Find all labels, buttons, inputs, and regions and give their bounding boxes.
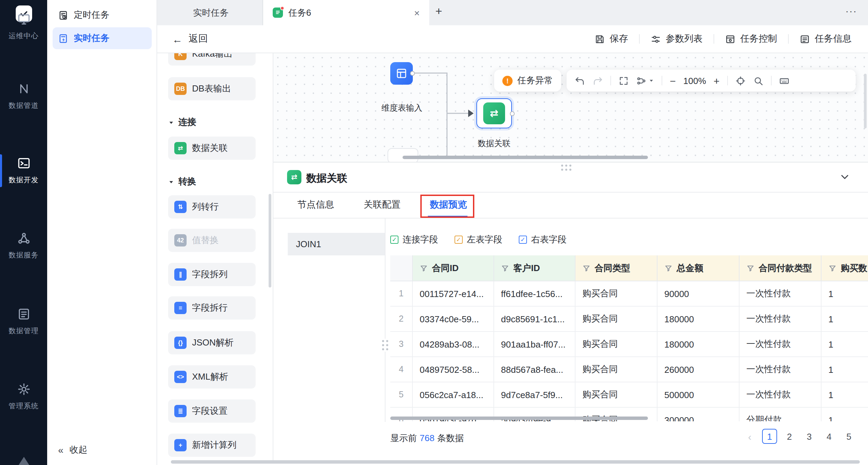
palette-scrollbar[interactable] — [269, 194, 271, 287]
palette-item-add-computed-col[interactable]: + 新增计算列 — [168, 434, 256, 457]
page-button-1[interactable]: 1 — [762, 429, 777, 444]
zoom-out-button[interactable]: − — [670, 75, 676, 86]
keyboard-shortcuts-icon[interactable] — [779, 75, 789, 86]
page-button-3[interactable]: 3 — [802, 429, 817, 444]
page-button-2[interactable]: 2 — [782, 429, 797, 444]
rail-item-data-dev[interactable]: 数据开发 — [0, 156, 47, 185]
palette-item-xml-parse[interactable]: <> XML解析 — [168, 365, 256, 389]
action-label: 保存 — [610, 33, 628, 45]
task-tab-bar: 实时任务 任务6 × + ··· — [157, 0, 868, 25]
legend-right-table-fields[interactable]: ✓ 右表字段 — [519, 234, 567, 246]
new-tab-button[interactable]: + — [435, 5, 442, 18]
legend-join-fields[interactable]: ✓ 连接字段 — [390, 234, 438, 246]
zoom-in-button[interactable]: + — [714, 75, 720, 86]
column-label: 合同类型 — [595, 262, 630, 274]
join-list-item[interactable]: JOIN1 — [288, 233, 385, 255]
kafka-output-icon: K — [174, 53, 187, 60]
filter-icon[interactable] — [828, 264, 837, 272]
canvas-toolbar: − 100% + — [567, 70, 856, 91]
filter-icon[interactable] — [746, 264, 755, 272]
flow-canvas[interactable]: 维度表输入 ⇄ 数据关联 ! 任务异常 — [273, 53, 868, 162]
partial-node[interactable] — [388, 148, 418, 162]
rail-item-data-service[interactable]: 数据服务 — [0, 231, 47, 260]
task-info-button[interactable]: 任务信息 — [800, 33, 852, 45]
task-control-button[interactable]: 任务控制 — [725, 33, 777, 45]
save-button[interactable]: 保存 — [595, 33, 628, 45]
palette-item-col-to-row[interactable]: ⇅ 列转行 — [168, 195, 256, 219]
tab-node-info[interactable]: 节点信息 — [297, 192, 334, 218]
back-button[interactable]: ← 返回 — [172, 33, 208, 45]
node-data-join[interactable]: ⇄ — [476, 98, 512, 128]
page-button-5[interactable]: 5 — [841, 429, 856, 444]
page-button-4[interactable]: 4 — [822, 429, 837, 444]
field-settings-icon: ≣ — [174, 405, 187, 417]
column-header-total-amount[interactable]: 总金额 — [657, 255, 740, 281]
column-header-contract-type[interactable]: 合同类型 — [575, 255, 657, 281]
palette-item-field-split-row[interactable]: ≡ 字段拆行 — [168, 296, 256, 320]
node-dim-table-input[interactable] — [390, 62, 413, 85]
rail-item-ops-center[interactable]: 运维中心 — [0, 12, 47, 41]
filter-icon[interactable] — [582, 264, 591, 272]
column-header-customer-id[interactable]: 客户ID — [494, 255, 575, 281]
redo-icon[interactable] — [593, 75, 603, 86]
rail-item-data-manage[interactable]: 数据管理 — [0, 307, 47, 336]
divider — [639, 34, 640, 44]
close-icon[interactable]: × — [414, 7, 420, 18]
filter-icon[interactable] — [501, 264, 509, 272]
column-resize-handle[interactable] — [381, 339, 390, 352]
data-join-icon: ⇄ — [174, 142, 187, 154]
palette-section-transform[interactable]: 转换 — [168, 175, 196, 188]
caret-down-icon — [168, 179, 174, 185]
more-options-icon[interactable]: ··· — [845, 5, 857, 16]
filter-icon[interactable] — [420, 264, 428, 272]
palette-item-field-settings[interactable]: ≣ 字段设置 — [168, 399, 256, 423]
tab-join-config[interactable]: 关联配置 — [364, 192, 401, 218]
param-list-button[interactable]: 参数列表 — [651, 33, 703, 45]
fit-screen-icon[interactable] — [619, 75, 629, 86]
green-checkbox-icon[interactable]: ✓ — [390, 236, 398, 244]
palette-item-label: 字段设置 — [192, 405, 228, 417]
palette-item-json-parse[interactable]: {} JSON解析 — [168, 331, 256, 354]
palette-item-label: 新增计算列 — [192, 439, 236, 451]
palette-item-db-table-output[interactable]: DB DB表输出 — [168, 77, 256, 100]
join-list-divider — [385, 219, 385, 422]
layout-selector[interactable] — [636, 75, 654, 86]
sidebar-item-label: 定时任务 — [74, 9, 109, 21]
filter-icon[interactable] — [664, 264, 673, 272]
column-header-payment-type[interactable]: 合同付款类型 — [740, 255, 822, 281]
sidebar-collapse-button[interactable]: « 收起 — [58, 444, 87, 456]
page-horizontal-scrollbar[interactable] — [171, 460, 860, 464]
panel-resize-handle[interactable] — [561, 165, 571, 171]
tab-task6[interactable]: 任务6 × — [263, 0, 429, 25]
blue-checkbox-icon[interactable]: ✓ — [519, 236, 527, 244]
search-icon[interactable] — [753, 75, 763, 86]
tab-realtime-tasks[interactable]: 实时任务 — [159, 0, 263, 25]
cell: 1 — [822, 382, 868, 408]
output-port[interactable] — [410, 71, 415, 76]
undo-icon[interactable] — [575, 75, 585, 86]
column-header-purchase-qty[interactable]: 购买数 — [822, 255, 868, 281]
collapse-panel-chevron-icon[interactable] — [839, 171, 850, 182]
sidebar-item-scheduled-tasks[interactable]: 定时任务 — [53, 5, 152, 25]
palette-item-field-split-col[interactable]: ∥ 字段拆列 — [168, 263, 256, 286]
column-header-contract-id[interactable]: 合同ID — [413, 255, 494, 281]
rail-item-system-admin[interactable]: 管理系统 — [0, 382, 47, 411]
row-number: 4 — [390, 357, 413, 382]
canvas-vertical-scrollbar[interactable] — [864, 74, 867, 128]
palette-item-data-join[interactable]: ⇄ 数据关联 — [168, 137, 256, 160]
palette-item-kafka-output[interactable]: K Kafka输出 — [168, 53, 256, 66]
output-port[interactable] — [510, 111, 515, 116]
yellow-checkbox-icon[interactable]: ✓ — [455, 236, 463, 244]
table-horizontal-scrollbar[interactable] — [390, 417, 648, 420]
action-label: 任务信息 — [815, 33, 852, 45]
rail-item-data-pipeline[interactable]: 数据管道 — [0, 82, 47, 111]
legend-left-table-fields[interactable]: ✓ 左表字段 — [455, 234, 502, 246]
locate-icon[interactable] — [735, 75, 746, 86]
prev-page-button[interactable]: ‹ — [742, 429, 757, 444]
preview-table: 合同ID 客户ID 合同类型 总金额 — [390, 255, 868, 421]
task-exception-badge[interactable]: ! 任务异常 — [494, 70, 561, 91]
cell: 04289ab3-08... — [413, 332, 494, 357]
palette-section-connect[interactable]: 连接 — [168, 116, 196, 128]
canvas-horizontal-scrollbar[interactable] — [403, 156, 648, 159]
sidebar-item-realtime-tasks[interactable]: 实时任务 — [53, 27, 152, 49]
